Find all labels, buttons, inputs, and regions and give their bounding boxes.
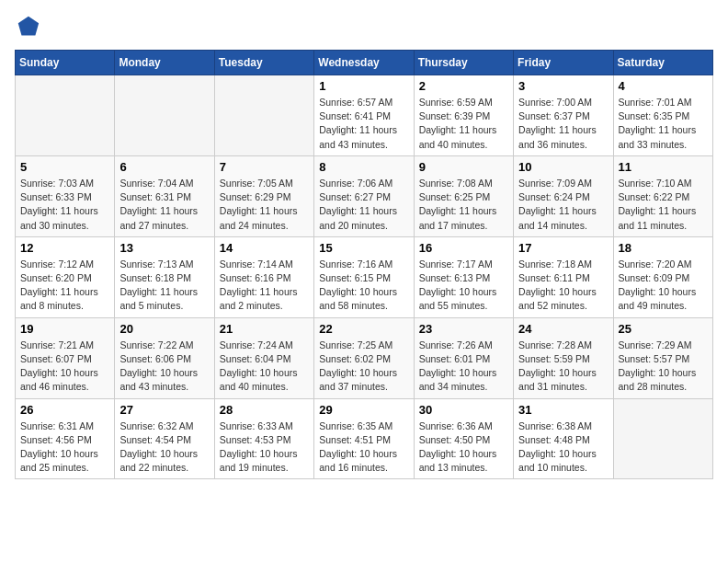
day-info: Sunrise: 7:25 AMSunset: 6:02 PMDaylight:… [319, 339, 408, 395]
weekday-header-tuesday: Tuesday [214, 51, 313, 75]
day-number: 18 [619, 241, 708, 255]
calendar-cell: 27Sunrise: 6:32 AMSunset: 4:54 PMDayligh… [115, 398, 214, 479]
day-number: 31 [518, 403, 608, 417]
day-number: 11 [619, 160, 708, 174]
calendar-cell: 29Sunrise: 6:35 AMSunset: 4:51 PMDayligh… [314, 398, 414, 479]
day-number: 6 [119, 160, 209, 174]
day-number: 3 [518, 79, 608, 93]
calendar-cell: 14Sunrise: 7:14 AMSunset: 6:16 PMDayligh… [214, 236, 313, 317]
day-number: 20 [119, 322, 209, 336]
weekday-header-saturday: Saturday [613, 51, 712, 75]
day-info: Sunrise: 7:24 AMSunset: 6:04 PMDaylight:… [220, 339, 309, 395]
calendar-cell: 8Sunrise: 7:06 AMSunset: 6:27 PMDaylight… [314, 155, 414, 236]
day-info: Sunrise: 7:10 AMSunset: 6:22 PMDaylight:… [619, 177, 708, 233]
calendar-cell: 2Sunrise: 6:59 AMSunset: 6:39 PMDaylight… [414, 75, 513, 156]
day-number: 5 [20, 160, 109, 174]
calendar-cell: 1Sunrise: 6:57 AMSunset: 6:41 PMDaylight… [314, 75, 414, 156]
day-number: 23 [419, 322, 508, 336]
day-number: 24 [518, 322, 608, 336]
calendar-cell: 4Sunrise: 7:01 AMSunset: 6:35 PMDaylight… [613, 75, 712, 156]
logo [15, 15, 44, 40]
calendar-cell [115, 75, 214, 156]
day-info: Sunrise: 7:05 AMSunset: 6:29 PMDaylight:… [220, 177, 309, 233]
day-info: Sunrise: 6:35 AMSunset: 4:51 PMDaylight:… [319, 419, 408, 476]
day-number: 10 [518, 160, 608, 174]
day-info: Sunrise: 7:28 AMSunset: 5:59 PMDaylight:… [518, 339, 608, 395]
calendar-cell: 20Sunrise: 7:22 AMSunset: 6:06 PMDayligh… [115, 317, 214, 398]
day-number: 19 [20, 322, 109, 336]
day-info: Sunrise: 7:14 AMSunset: 6:16 PMDaylight:… [220, 258, 309, 314]
day-info: Sunrise: 7:20 AMSunset: 6:09 PMDaylight:… [619, 258, 708, 314]
calendar-cell: 30Sunrise: 6:36 AMSunset: 4:50 PMDayligh… [414, 398, 513, 479]
day-number: 15 [319, 241, 408, 255]
day-info: Sunrise: 7:06 AMSunset: 6:27 PMDaylight:… [319, 177, 408, 233]
day-info: Sunrise: 7:17 AMSunset: 6:13 PMDaylight:… [419, 258, 508, 314]
day-number: 4 [619, 79, 708, 93]
calendar-cell: 31Sunrise: 6:38 AMSunset: 4:48 PMDayligh… [514, 398, 613, 479]
day-info: Sunrise: 6:59 AMSunset: 6:39 PMDaylight:… [419, 96, 508, 152]
day-info: Sunrise: 6:36 AMSunset: 4:50 PMDaylight:… [419, 419, 508, 476]
calendar-cell: 21Sunrise: 7:24 AMSunset: 6:04 PMDayligh… [214, 317, 313, 398]
calendar-cell: 10Sunrise: 7:09 AMSunset: 6:24 PMDayligh… [514, 155, 613, 236]
calendar-cell: 16Sunrise: 7:17 AMSunset: 6:13 PMDayligh… [414, 236, 513, 317]
calendar-cell: 25Sunrise: 7:29 AMSunset: 5:57 PMDayligh… [613, 317, 712, 398]
calendar-table: SundayMondayTuesdayWednesdayThursdayFrid… [15, 50, 713, 479]
calendar-cell: 22Sunrise: 7:25 AMSunset: 6:02 PMDayligh… [314, 317, 414, 398]
weekday-header-wednesday: Wednesday [314, 51, 414, 75]
calendar-cell: 12Sunrise: 7:12 AMSunset: 6:20 PMDayligh… [16, 236, 115, 317]
calendar-cell: 13Sunrise: 7:13 AMSunset: 6:18 PMDayligh… [115, 236, 214, 317]
day-number: 25 [619, 322, 708, 336]
calendar-week-5: 26Sunrise: 6:31 AMSunset: 4:56 PMDayligh… [16, 398, 713, 479]
day-number: 29 [319, 403, 408, 417]
day-info: Sunrise: 7:03 AMSunset: 6:33 PMDaylight:… [20, 177, 109, 233]
calendar-cell: 28Sunrise: 6:33 AMSunset: 4:53 PMDayligh… [214, 398, 313, 479]
calendar-cell [16, 75, 115, 156]
day-number: 8 [319, 160, 408, 174]
day-info: Sunrise: 7:29 AMSunset: 5:57 PMDaylight:… [619, 339, 708, 395]
calendar-cell: 18Sunrise: 7:20 AMSunset: 6:09 PMDayligh… [613, 236, 712, 317]
day-info: Sunrise: 7:22 AMSunset: 6:06 PMDaylight:… [119, 339, 209, 395]
day-info: Sunrise: 6:32 AMSunset: 4:54 PMDaylight:… [119, 419, 209, 476]
calendar-cell: 11Sunrise: 7:10 AMSunset: 6:22 PMDayligh… [613, 155, 712, 236]
calendar-week-4: 19Sunrise: 7:21 AMSunset: 6:07 PMDayligh… [16, 317, 713, 398]
calendar-header-row: SundayMondayTuesdayWednesdayThursdayFrid… [16, 51, 713, 75]
day-number: 16 [419, 241, 508, 255]
day-info: Sunrise: 7:01 AMSunset: 6:35 PMDaylight:… [619, 96, 708, 152]
day-info: Sunrise: 7:04 AMSunset: 6:31 PMDaylight:… [119, 177, 209, 233]
day-number: 2 [419, 79, 508, 93]
calendar-week-1: 1Sunrise: 6:57 AMSunset: 6:41 PMDaylight… [16, 75, 713, 156]
weekday-header-monday: Monday [115, 51, 214, 75]
page-header [15, 15, 713, 40]
day-info: Sunrise: 6:31 AMSunset: 4:56 PMDaylight:… [20, 419, 109, 476]
day-number: 1 [319, 79, 408, 93]
day-info: Sunrise: 7:12 AMSunset: 6:20 PMDaylight:… [20, 258, 109, 314]
day-number: 17 [518, 241, 608, 255]
day-info: Sunrise: 7:09 AMSunset: 6:24 PMDaylight:… [518, 177, 608, 233]
calendar-cell [613, 398, 712, 479]
calendar-cell: 17Sunrise: 7:18 AMSunset: 6:11 PMDayligh… [514, 236, 613, 317]
calendar-cell: 7Sunrise: 7:05 AMSunset: 6:29 PMDaylight… [214, 155, 313, 236]
calendar-week-2: 5Sunrise: 7:03 AMSunset: 6:33 PMDaylight… [16, 155, 713, 236]
calendar-cell: 23Sunrise: 7:26 AMSunset: 6:01 PMDayligh… [414, 317, 513, 398]
day-number: 12 [20, 241, 109, 255]
calendar-cell [214, 75, 313, 156]
day-number: 21 [220, 322, 309, 336]
day-number: 26 [20, 403, 109, 417]
weekday-header-thursday: Thursday [414, 51, 513, 75]
day-info: Sunrise: 7:16 AMSunset: 6:15 PMDaylight:… [319, 258, 408, 314]
day-info: Sunrise: 7:18 AMSunset: 6:11 PMDaylight:… [518, 258, 608, 314]
day-info: Sunrise: 7:21 AMSunset: 6:07 PMDaylight:… [20, 339, 109, 395]
calendar-cell: 15Sunrise: 7:16 AMSunset: 6:15 PMDayligh… [314, 236, 414, 317]
calendar-cell: 19Sunrise: 7:21 AMSunset: 6:07 PMDayligh… [16, 317, 115, 398]
day-info: Sunrise: 7:00 AMSunset: 6:37 PMDaylight:… [518, 96, 608, 152]
weekday-header-friday: Friday [514, 51, 613, 75]
calendar-cell: 6Sunrise: 7:04 AMSunset: 6:31 PMDaylight… [115, 155, 214, 236]
day-number: 27 [119, 403, 209, 417]
weekday-header-sunday: Sunday [16, 51, 115, 75]
day-number: 28 [220, 403, 309, 417]
day-info: Sunrise: 6:33 AMSunset: 4:53 PMDaylight:… [220, 419, 309, 476]
day-number: 9 [419, 160, 508, 174]
day-number: 13 [119, 241, 209, 255]
day-number: 30 [419, 403, 508, 417]
svg-marker-0 [18, 17, 39, 36]
